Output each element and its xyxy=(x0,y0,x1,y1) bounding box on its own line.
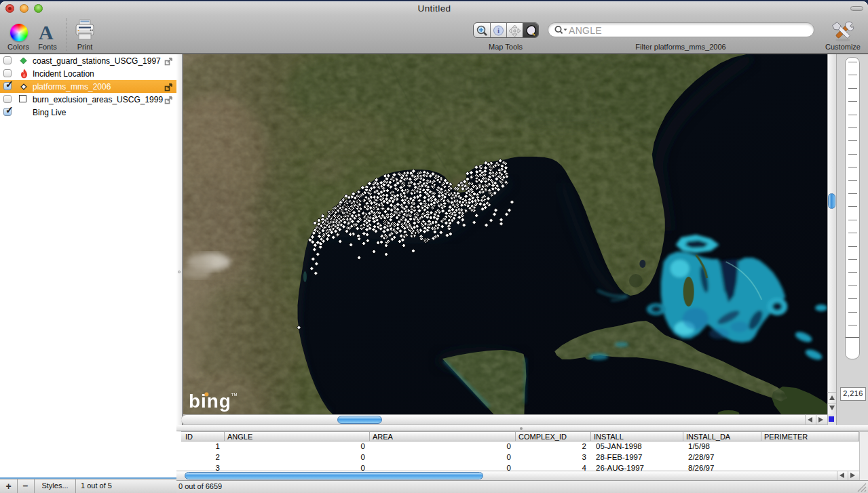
svg-text:bing: bing xyxy=(189,391,231,412)
svg-text:TM: TM xyxy=(231,393,238,397)
svg-text:i: i xyxy=(497,26,499,35)
